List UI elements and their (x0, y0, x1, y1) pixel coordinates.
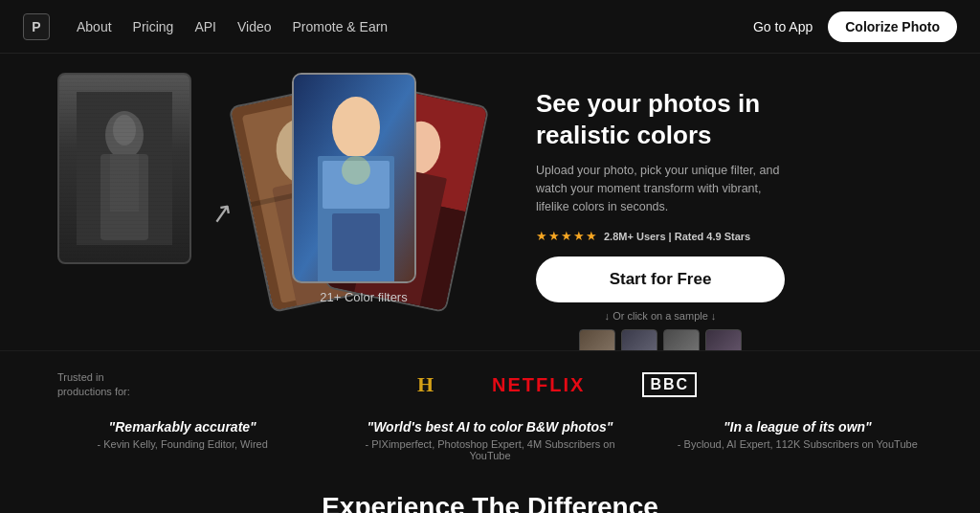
trusted-section: Trusted inproductions for: H NETFLIX BBC (0, 350, 980, 419)
quote-item-3: "In a league of its own" - Bycloud, AI E… (644, 419, 951, 450)
nav-link-promote[interactable]: Promote & Earn (293, 19, 389, 34)
logo[interactable]: P (23, 13, 50, 40)
navbar: P About Pricing API Video Promote & Earn… (0, 0, 980, 54)
quote-text-3: "In a league of its own" (663, 419, 932, 435)
bw-photo-svg (77, 92, 172, 245)
quote-text-2: "World's best AI to color B&W photos" (355, 419, 624, 435)
start-for-free-button[interactable]: Start for Free (536, 256, 785, 302)
colorize-photo-button[interactable]: Colorize Photo (828, 11, 957, 42)
bw-photo (57, 73, 191, 264)
quote-author-3: - Bycloud, AI Expert, 112K Subscribers o… (663, 438, 932, 450)
quote-author-1: - Kevin Kelly, Founding Editor, Wired (48, 438, 317, 450)
fan-card-center (292, 73, 416, 283)
svg-rect-2 (100, 154, 148, 240)
history-channel-logo: H (417, 372, 434, 397)
svg-point-11 (332, 97, 380, 158)
nav-item-about[interactable]: About (77, 18, 112, 35)
star-icons: ★★★★★ (536, 229, 598, 243)
svg-rect-0 (77, 92, 172, 245)
quotes-section: "Remarkably accurate" - Kevin Kelly, Fou… (0, 419, 980, 477)
experience-title: Experience The Difference (0, 492, 980, 513)
svg-rect-4 (110, 154, 139, 212)
filter-label: 21+ Color filters (320, 290, 407, 304)
nav-link-about[interactable]: About (77, 19, 112, 34)
sample-thumb-3[interactable] (663, 329, 700, 350)
or-click-label: ↓ Or click on a sample ↓ (536, 310, 785, 322)
brand-logos: H NETFLIX BBC (191, 372, 923, 397)
nav-item-promote[interactable]: Promote & Earn (293, 18, 389, 35)
svg-point-1 (105, 111, 144, 159)
quote-item-1: "Remarkably accurate" - Kevin Kelly, Fou… (29, 419, 336, 450)
sample-thumbnails (536, 329, 785, 350)
hero-subtitle: Upload your photo, pick your unique filt… (536, 162, 785, 215)
svg-point-15 (342, 156, 370, 185)
svg-rect-14 (332, 213, 380, 271)
nav-item-pricing[interactable]: Pricing (133, 18, 174, 35)
colorized-photos-fan: 21+ Color filters (239, 63, 488, 322)
quote-text-1: "Remarkably accurate" (48, 419, 317, 435)
rating-text: 2.8M+ Users | Rated 4.9 Stars (604, 231, 750, 242)
nav-link-api[interactable]: API (194, 19, 216, 34)
nav-link-pricing[interactable]: Pricing (133, 19, 174, 34)
sample-thumb-4[interactable] (705, 329, 742, 350)
nav-item-api[interactable]: API (194, 18, 216, 35)
quote-author-2: - PIXimperfect, Photoshop Expert, 4M Sub… (355, 438, 624, 461)
trusted-label: Trusted inproductions for: (57, 370, 191, 400)
netflix-logo: NETFLIX (492, 374, 585, 396)
hero-images: ↗ (0, 54, 526, 350)
quote-item-2: "World's best AI to color B&W photos" - … (336, 419, 643, 461)
sample-thumb-2[interactable] (621, 329, 657, 350)
nav-links: About Pricing API Video Promote & Earn (77, 18, 388, 35)
hero-section: ↗ (0, 54, 980, 350)
svg-point-3 (113, 115, 136, 145)
arrow-decoration: ↗ (208, 195, 234, 230)
experience-section: Experience The Difference Light Flowers … (0, 477, 980, 513)
hero-title: See your photos in realistic colors (536, 88, 785, 150)
nav-right: Go to App Colorize Photo (753, 11, 957, 42)
sample-thumb-1[interactable] (579, 329, 615, 350)
go-to-app-button[interactable]: Go to App (753, 19, 813, 34)
hero-text: See your photos in realistic colors Uplo… (526, 54, 804, 350)
bbc-logo: BBC (642, 372, 697, 397)
nav-link-video[interactable]: Video (237, 19, 272, 34)
nav-item-video[interactable]: Video (237, 18, 272, 35)
rating-row: ★★★★★ 2.8M+ Users | Rated 4.9 Stars (536, 229, 785, 243)
nav-left: P About Pricing API Video Promote & Earn (23, 13, 388, 40)
